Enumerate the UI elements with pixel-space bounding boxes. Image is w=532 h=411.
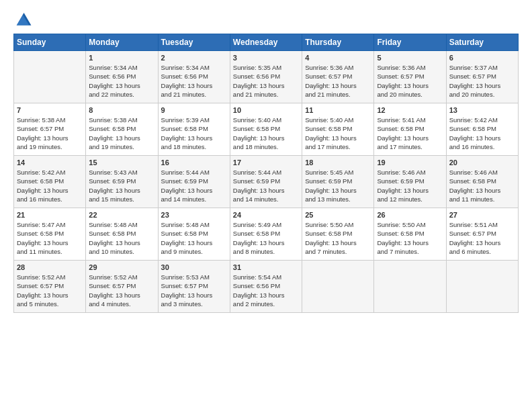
day-number: 20 [449,158,515,167]
weekday-header-wednesday: Wednesday [230,34,302,51]
day-cell: 17Sunrise: 5:44 AMSunset: 6:59 PMDayligh… [230,156,302,208]
day-cell: 24Sunrise: 5:49 AMSunset: 6:58 PMDayligh… [230,208,302,261]
day-info: Sunrise: 5:42 AMSunset: 6:58 PMDaylight:… [17,168,83,203]
day-cell: 5Sunrise: 5:36 AMSunset: 6:57 PMDaylight… [374,51,446,103]
day-number: 31 [233,263,299,271]
day-number: 11 [305,106,371,114]
weekday-header-sunday: Sunday [14,34,86,51]
weekday-header-friday: Friday [374,34,446,51]
day-info: Sunrise: 5:48 AMSunset: 6:58 PMDaylight:… [89,220,154,256]
day-number: 21 [17,211,83,219]
day-info: Sunrise: 5:37 AMSunset: 6:57 PMDaylight:… [449,63,515,99]
calendar-table: SundayMondayTuesdayWednesdayThursdayFrid… [13,34,519,313]
day-cell: 14Sunrise: 5:42 AMSunset: 6:58 PMDayligh… [14,156,86,208]
day-number: 12 [377,106,443,114]
day-info: Sunrise: 5:48 AMSunset: 6:58 PMDaylight:… [161,220,227,256]
day-info: Sunrise: 5:35 AMSunset: 6:56 PMDaylight:… [233,63,299,99]
day-number: 1 [89,54,154,62]
day-info: Sunrise: 5:47 AMSunset: 6:58 PMDaylight:… [17,220,83,256]
day-number: 6 [449,54,515,62]
day-info: Sunrise: 5:46 AMSunset: 6:59 PMDaylight:… [377,168,443,203]
day-number: 15 [89,158,154,167]
day-number: 2 [161,54,227,62]
day-cell: 21Sunrise: 5:47 AMSunset: 6:58 PMDayligh… [14,208,86,261]
day-number: 27 [449,211,515,219]
day-number: 19 [377,158,443,167]
day-info: Sunrise: 5:42 AMSunset: 6:58 PMDaylight:… [449,116,515,151]
day-info: Sunrise: 5:38 AMSunset: 6:58 PMDaylight:… [89,116,154,151]
day-cell: 9Sunrise: 5:39 AMSunset: 6:58 PMDaylight… [158,103,230,156]
day-cell: 27Sunrise: 5:51 AMSunset: 6:57 PMDayligh… [446,208,518,261]
day-cell: 8Sunrise: 5:38 AMSunset: 6:58 PMDaylight… [86,103,158,156]
day-cell [14,51,86,103]
day-cell [446,261,518,313]
day-number: 5 [377,54,443,62]
day-info: Sunrise: 5:50 AMSunset: 6:58 PMDaylight:… [305,220,371,256]
day-info: Sunrise: 5:36 AMSunset: 6:57 PMDaylight:… [377,63,443,99]
day-cell: 16Sunrise: 5:44 AMSunset: 6:59 PMDayligh… [158,156,230,208]
day-info: Sunrise: 5:51 AMSunset: 6:57 PMDaylight:… [449,220,515,256]
day-number: 17 [233,158,299,167]
weekday-header-saturday: Saturday [446,34,518,51]
week-row-1: 1Sunrise: 5:34 AMSunset: 6:56 PMDaylight… [14,51,519,103]
day-cell: 1Sunrise: 5:34 AMSunset: 6:56 PMDaylight… [86,51,158,103]
day-cell: 4Sunrise: 5:36 AMSunset: 6:57 PMDaylight… [302,51,374,103]
day-number: 24 [233,211,299,219]
day-number: 26 [377,211,443,219]
week-row-3: 14Sunrise: 5:42 AMSunset: 6:58 PMDayligh… [14,156,519,208]
day-number: 22 [89,211,154,219]
day-info: Sunrise: 5:45 AMSunset: 6:59 PMDaylight:… [305,168,371,203]
day-number: 3 [233,54,299,62]
weekday-header-thursday: Thursday [302,34,374,51]
day-info: Sunrise: 5:52 AMSunset: 6:57 PMDaylight:… [17,273,83,308]
day-cell: 13Sunrise: 5:42 AMSunset: 6:58 PMDayligh… [446,103,518,156]
day-info: Sunrise: 5:36 AMSunset: 6:57 PMDaylight:… [305,63,371,99]
day-number: 10 [233,106,299,114]
day-number: 4 [305,54,371,62]
day-info: Sunrise: 5:53 AMSunset: 6:57 PMDaylight:… [161,273,227,308]
day-info: Sunrise: 5:52 AMSunset: 6:57 PMDaylight:… [89,273,154,308]
day-cell: 10Sunrise: 5:40 AMSunset: 6:58 PMDayligh… [230,103,302,156]
week-row-2: 7Sunrise: 5:38 AMSunset: 6:57 PMDaylight… [14,103,519,156]
day-info: Sunrise: 5:40 AMSunset: 6:58 PMDaylight:… [233,116,299,151]
day-number: 25 [305,211,371,219]
day-cell: 23Sunrise: 5:48 AMSunset: 6:58 PMDayligh… [158,208,230,261]
day-number: 13 [449,106,515,114]
day-info: Sunrise: 5:41 AMSunset: 6:58 PMDaylight:… [377,116,443,151]
day-info: Sunrise: 5:40 AMSunset: 6:58 PMDaylight:… [305,116,371,151]
logo [13,11,35,30]
day-number: 30 [161,263,227,271]
day-cell: 28Sunrise: 5:52 AMSunset: 6:57 PMDayligh… [14,261,86,313]
day-cell: 7Sunrise: 5:38 AMSunset: 6:57 PMDaylight… [14,103,86,156]
day-cell: 11Sunrise: 5:40 AMSunset: 6:58 PMDayligh… [302,103,374,156]
day-cell: 2Sunrise: 5:34 AMSunset: 6:56 PMDaylight… [158,51,230,103]
day-info: Sunrise: 5:38 AMSunset: 6:57 PMDaylight:… [17,116,83,151]
day-info: Sunrise: 5:54 AMSunset: 6:56 PMDaylight:… [233,273,299,308]
day-cell: 12Sunrise: 5:41 AMSunset: 6:58 PMDayligh… [374,103,446,156]
week-row-5: 28Sunrise: 5:52 AMSunset: 6:57 PMDayligh… [14,261,519,313]
day-info: Sunrise: 5:44 AMSunset: 6:59 PMDaylight:… [233,168,299,203]
day-number: 28 [17,263,83,271]
day-info: Sunrise: 5:44 AMSunset: 6:59 PMDaylight:… [161,168,227,203]
day-cell: 22Sunrise: 5:48 AMSunset: 6:58 PMDayligh… [86,208,158,261]
day-cell: 26Sunrise: 5:50 AMSunset: 6:58 PMDayligh… [374,208,446,261]
day-info: Sunrise: 5:34 AMSunset: 6:56 PMDaylight:… [161,63,227,99]
day-info: Sunrise: 5:43 AMSunset: 6:59 PMDaylight:… [89,168,154,203]
weekday-header-row: SundayMondayTuesdayWednesdayThursdayFrid… [14,34,519,51]
week-row-4: 21Sunrise: 5:47 AMSunset: 6:58 PMDayligh… [14,208,519,261]
day-number: 29 [89,263,154,271]
weekday-header-tuesday: Tuesday [158,34,230,51]
day-number: 7 [17,106,83,114]
day-number: 16 [161,158,227,167]
day-number: 14 [17,158,83,167]
day-number: 9 [161,106,227,114]
day-info: Sunrise: 5:46 AMSunset: 6:58 PMDaylight:… [449,168,515,203]
day-cell: 3Sunrise: 5:35 AMSunset: 6:56 PMDaylight… [230,51,302,103]
day-info: Sunrise: 5:34 AMSunset: 6:56 PMDaylight:… [89,63,154,99]
day-cell: 31Sunrise: 5:54 AMSunset: 6:56 PMDayligh… [230,261,302,313]
weekday-header-monday: Monday [86,34,158,51]
day-cell [302,261,374,313]
logo-icon [13,11,32,30]
header [13,11,519,30]
day-cell: 20Sunrise: 5:46 AMSunset: 6:58 PMDayligh… [446,156,518,208]
